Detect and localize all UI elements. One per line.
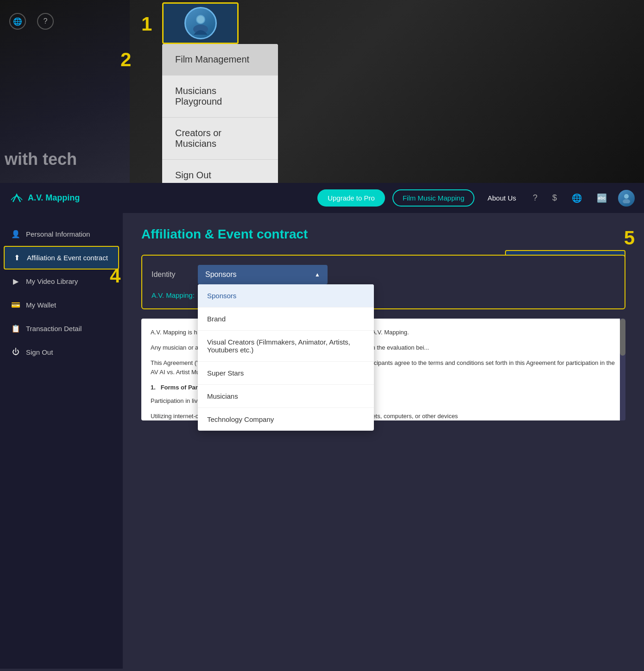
film-music-mapping-button[interactable]: Film Music Mapping (392, 189, 474, 207)
step1-label: 1 (141, 13, 152, 35)
dropdown-item-creators[interactable]: Creators or Musicians (162, 118, 278, 160)
avatar-dropdown-container: Film Management Musicians Playground Cre… (162, 2, 239, 44)
top-overlay-section: with tech 🌐 ? 1 Film Management Musician… (0, 0, 644, 183)
person-sidebar-icon: 👤 (11, 230, 20, 238)
signout-sidebar-icon: ⏻ (11, 348, 20, 356)
content-layout: 3 👤 Personal Information ⬆ Affiliation &… (0, 213, 644, 669)
dropdown-item-film-management[interactable]: Film Management (162, 44, 278, 75)
upload-sidebar-icon: ⬆ (12, 253, 21, 262)
step2-label: 2 (120, 49, 131, 71)
sidebar-item-personal-info-label: Personal Information (26, 230, 90, 238)
dropdown-item-musicians[interactable]: Musicians Playground (162, 75, 278, 118)
select-container: Sponsors ▲ Sponsors Brand Visual Creator… (198, 265, 328, 284)
main-app: A.V. Mapping Upgrade to Pro Film Music M… (0, 183, 644, 671)
avatar-box[interactable] (162, 2, 239, 44)
sidebar-item-transaction-label: Transaction Detail (26, 325, 82, 332)
step4-label: 4 (110, 265, 120, 287)
play-sidebar-icon: ▶ (11, 277, 20, 286)
step5-label: 5 (624, 227, 635, 249)
sidebar-item-wallet[interactable]: 💳 My Wallet (0, 293, 123, 317)
sidebar: 3 👤 Personal Information ⬆ Affiliation &… (0, 213, 123, 669)
option-sponsors[interactable]: Sponsors (198, 284, 374, 307)
main-content-area: Affiliation & Event contract 5 Edit Prof… (123, 213, 644, 669)
logo-text: A.V. Mapping (28, 193, 80, 203)
scrollbar[interactable] (620, 319, 625, 420)
identity-select-box[interactable]: Sponsors ▲ (198, 265, 328, 284)
dropdown-menu: Film Management Musicians Playground Cre… (162, 44, 278, 183)
identity-row: Identity Sponsors ▲ Sponsors Brand Visua… (152, 265, 615, 284)
navbar-logo: A.V. Mapping (9, 191, 80, 206)
sidebar-item-affiliation-label: Affiliation & Event contract (27, 254, 108, 262)
sidebar-item-video-label: My Video Library (26, 277, 78, 285)
globe-icon-btn[interactable]: 🌐 (9, 13, 26, 30)
svg-point-2 (197, 16, 204, 23)
sidebar-item-personal-info[interactable]: 👤 Personal Information (0, 222, 123, 246)
sidebar-item-signout-label: Sign Out (26, 348, 53, 356)
sidebar-item-video-library[interactable]: ▶ My Video Library (0, 270, 123, 293)
sidebar-item-transaction[interactable]: 📋 Transaction Detail (0, 317, 123, 340)
option-visual-creators[interactable]: Visual Creators (Filmmakers, Animator, A… (198, 331, 374, 362)
dollar-icon[interactable]: $ (549, 191, 561, 205)
avatar-circle (184, 7, 217, 39)
option-superstars[interactable]: Super Stars (198, 362, 374, 385)
sidebar-item-signout[interactable]: ⏻ Sign Out (0, 340, 123, 364)
page-title: Affiliation & Event contract (141, 227, 625, 242)
option-musicians[interactable]: Musicians (198, 385, 374, 408)
identity-label: Identity (152, 270, 189, 279)
selected-option-text: Sponsors (205, 270, 237, 279)
navbar-avatar[interactable] (618, 190, 635, 207)
svg-point-3 (624, 194, 629, 199)
help-icon-btn[interactable]: ? (37, 13, 54, 30)
top-icon-group: 🌐 ? (9, 13, 54, 30)
sidebar-item-wallet-label: My Wallet (26, 301, 56, 309)
help-navbar-icon[interactable]: ? (529, 191, 541, 205)
sidebar-item-affiliation[interactable]: ⬆ Affiliation & Event contract (4, 246, 119, 270)
globe-navbar-icon[interactable]: 🌐 (568, 191, 586, 205)
upgrade-to-pro-button[interactable]: Upgrade to Pro (317, 189, 385, 207)
select-chevron-icon: ▲ (315, 271, 320, 278)
transaction-sidebar-icon: 📋 (11, 324, 20, 333)
av-mapping-logo-icon (9, 191, 24, 206)
dropdown-item-signout[interactable]: Sign Out (162, 160, 278, 183)
with-tech-text: with tech (5, 150, 77, 169)
identity-section: 4 Identity Sponsors ▲ Sponsors (141, 255, 625, 309)
scrollbar-thumb (620, 319, 625, 356)
identity-dropdown: Sponsors Brand Visual Creators (Filmmake… (198, 284, 374, 431)
translate-icon[interactable]: 🔤 (593, 191, 611, 205)
person-icon (189, 12, 212, 35)
option-technology[interactable]: Technology Company (198, 408, 374, 431)
bottom-area: 6 ✓ By submitting this application, you:… (0, 669, 644, 671)
option-brand[interactable]: Brand (198, 307, 374, 331)
wallet-sidebar-icon: 💳 (11, 301, 20, 309)
avatar-icon (621, 193, 631, 203)
svg-point-4 (623, 199, 630, 203)
navbar: A.V. Mapping Upgrade to Pro Film Music M… (0, 183, 644, 213)
about-us-button[interactable]: About Us (482, 190, 522, 206)
